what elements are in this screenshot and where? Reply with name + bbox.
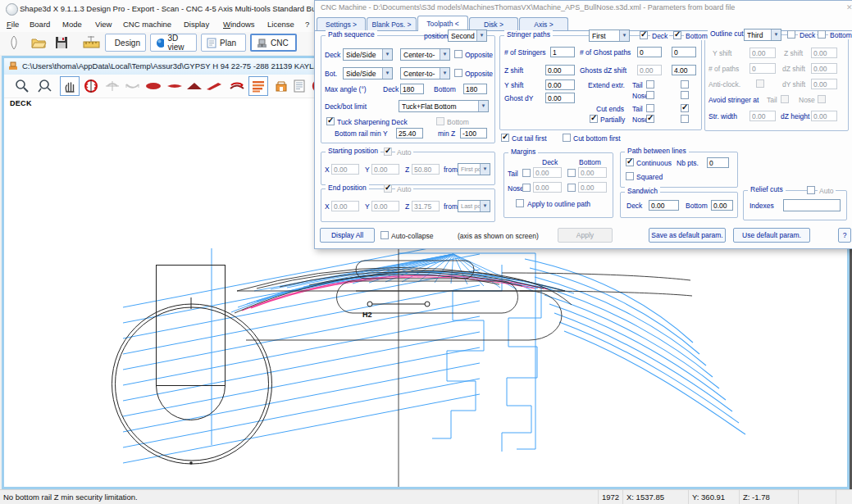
position-select[interactable]: Second▼: [448, 30, 487, 42]
nb-pts-field[interactable]: [707, 157, 729, 168]
cut-tail-deck-checkbox[interactable]: [646, 104, 654, 112]
bot-opposite-checkbox[interactable]: [454, 69, 462, 77]
menu-license[interactable]: License: [267, 20, 294, 29]
bot-mode-select[interactable]: Side/Side▼: [343, 67, 393, 79]
limit-select[interactable]: Tuck+Flat Bottom▼: [399, 100, 489, 112]
extend-tail-deck-checkbox[interactable]: [646, 80, 654, 89]
start-z-field[interactable]: [412, 164, 440, 175]
help-button[interactable]: ?: [838, 228, 851, 243]
slices-view-icon[interactable]: [248, 76, 268, 96]
cut-bottom-first-checkbox[interactable]: [563, 134, 571, 142]
cut-tail-first-checkbox[interactable]: [501, 134, 509, 142]
apply-outline-checkbox[interactable]: [516, 199, 524, 207]
ghost-dy-field[interactable]: [545, 93, 575, 103]
end-z-field[interactable]: [412, 201, 440, 211]
outline-z-shift-field[interactable]: [811, 48, 837, 58]
stringer-bottom-checkbox[interactable]: [673, 31, 681, 39]
extend-nose-bottom-checkbox[interactable]: [681, 91, 689, 99]
auto-collapse-checkbox[interactable]: [380, 231, 389, 239]
flip-vertical-icon[interactable]: [122, 76, 142, 96]
zoom-in-icon[interactable]: [12, 76, 32, 96]
rocker-view-icon[interactable]: [204, 76, 224, 96]
end-auto-checkbox[interactable]: [384, 184, 392, 193]
flip-horizontal-icon[interactable]: [103, 76, 122, 96]
display-all-button[interactable]: Display All: [320, 228, 375, 243]
ghost-paths-bottom-field[interactable]: [672, 47, 696, 57]
measure-icon[interactable]: [82, 34, 100, 51]
margin-nose-deck-field[interactable]: [533, 182, 562, 193]
deck-mode-select[interactable]: Side/Side▼: [343, 48, 393, 61]
menu-display[interactable]: Display: [184, 20, 209, 29]
sandwich-deck-field[interactable]: [649, 200, 679, 211]
stringer-deck-checkbox[interactable]: [640, 31, 648, 39]
3d-view-button[interactable]: 3D view: [150, 34, 197, 52]
margin-nose-deck-checkbox[interactable]: [522, 184, 531, 192]
cut-tail-bottom-checkbox[interactable]: [681, 104, 689, 112]
str-width-field[interactable]: [749, 111, 776, 121]
menu-help[interactable]: ?: [305, 20, 309, 29]
deck-opposite-checkbox[interactable]: [454, 50, 462, 58]
end-y-field[interactable]: [371, 201, 399, 211]
menu-mode[interactable]: Mode: [62, 20, 82, 29]
ghost-dz-bottom-field[interactable]: [672, 65, 696, 75]
apply-button[interactable]: Apply: [558, 228, 613, 243]
design-button[interactable]: Design: [105, 34, 146, 52]
end-x-field[interactable]: [331, 201, 359, 211]
tab-axis[interactable]: Axis >: [519, 17, 568, 30]
close-icon[interactable]: ✕: [846, 3, 852, 11]
relief-auto-checkbox[interactable]: [807, 186, 815, 194]
max-angle-deck-field[interactable]: [400, 84, 424, 94]
sandwich-bottom-field[interactable]: [711, 200, 733, 211]
cut-nose-deck-checkbox[interactable]: [646, 115, 654, 123]
menu-file[interactable]: File: [7, 20, 19, 29]
num-stringers-field[interactable]: [550, 47, 575, 57]
plan-button[interactable]: Plan: [201, 34, 246, 52]
avoid-tail-checkbox[interactable]: [781, 95, 789, 103]
y-shift-field[interactable]: [545, 79, 575, 90]
thickness-view-icon[interactable]: [185, 76, 204, 96]
cut-nose-bottom-checkbox[interactable]: [681, 115, 689, 123]
min-z-field[interactable]: [460, 128, 487, 138]
partially-checkbox[interactable]: [590, 115, 598, 123]
outline-dy-shift-field[interactable]: [811, 79, 837, 89]
continuous-checkbox[interactable]: [626, 158, 634, 166]
margin-tail-bottom-field[interactable]: [578, 167, 607, 178]
z-shift-field[interactable]: [545, 65, 575, 75]
menu-cnc-machine[interactable]: CNC machine: [123, 20, 171, 29]
extend-nose-deck-checkbox[interactable]: [646, 91, 654, 99]
outline-view-icon[interactable]: [144, 76, 163, 96]
menu-view[interactable]: View: [95, 20, 112, 29]
tab-blank-pos[interactable]: Blank Pos. >: [367, 17, 417, 30]
margin-tail-deck-field[interactable]: [533, 167, 562, 178]
zoom-out-icon[interactable]: [35, 76, 55, 96]
cnc-button[interactable]: CNC: [250, 34, 297, 52]
squared-checkbox[interactable]: [626, 172, 634, 180]
outline-paths-field[interactable]: [749, 63, 776, 74]
outline-y-shift-field[interactable]: [749, 48, 776, 58]
menu-windows[interactable]: Windows: [223, 20, 255, 29]
outline-bottom-checkbox[interactable]: [818, 30, 826, 39]
end-from-select[interactable]: Last point▼: [458, 200, 490, 212]
margin-tail-bottom-checkbox[interactable]: [567, 169, 576, 177]
rotate-board-icon[interactable]: [227, 76, 247, 96]
outline-deck-checkbox[interactable]: [787, 30, 795, 39]
profile-view-icon[interactable]: [165, 76, 185, 96]
rotate-view-icon[interactable]: [81, 76, 101, 96]
start-auto-checkbox[interactable]: [384, 148, 392, 156]
save-icon[interactable]: [52, 34, 71, 51]
margin-nose-bottom-field[interactable]: [578, 182, 607, 193]
menu-board[interactable]: Board: [30, 20, 50, 29]
spec-sheet-icon[interactable]: [289, 76, 309, 96]
ghost-dz-deck-field[interactable]: [637, 65, 662, 75]
max-angle-bottom-field[interactable]: [463, 84, 487, 94]
tab-settings[interactable]: Settings >: [317, 17, 366, 30]
outline-order-select[interactable]: Third▼: [744, 29, 781, 41]
outline-dz-shift-field[interactable]: [811, 63, 837, 74]
tuck-bottom-checkbox[interactable]: [436, 117, 444, 125]
tuck-sharpening-checkbox[interactable]: [326, 117, 335, 125]
rail-min-y-field[interactable]: [396, 128, 423, 138]
indexes-field[interactable]: [783, 199, 841, 211]
pan-hand-icon[interactable]: [60, 76, 80, 96]
avoid-nose-checkbox[interactable]: [818, 95, 826, 103]
dz-height-field[interactable]: [811, 111, 837, 121]
